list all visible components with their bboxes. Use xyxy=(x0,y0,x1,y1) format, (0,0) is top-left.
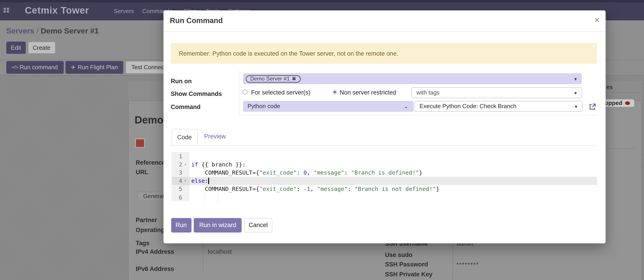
code-token: "Branch is not defined!" xyxy=(354,186,436,193)
close-icon[interactable]: ✕ xyxy=(592,16,602,25)
nav-item-servers[interactable]: Servers xyxy=(114,8,134,15)
run-in-wizard-button[interactable]: Run in wizard xyxy=(194,218,242,232)
code-token: : xyxy=(205,177,208,184)
command-label: Command xyxy=(171,103,200,110)
field-label-ipv6: IPv6 Address xyxy=(136,265,174,272)
field-label-ssh-password: SSH Password xyxy=(385,261,428,268)
code-token: : xyxy=(348,186,354,193)
code-line-3[interactable]: 3 COMMAND_RESULT={"exit_code": 0, "messa… xyxy=(172,169,597,177)
apps-grid-icon[interactable] xyxy=(4,8,9,13)
code-line-4[interactable]: 4▾else: xyxy=(172,177,597,185)
code-token: 0 xyxy=(304,169,307,176)
breadcrumb-separator: / xyxy=(36,27,38,35)
breadcrumb-current: Demo Server #1 xyxy=(41,27,99,35)
code-token: -1 xyxy=(304,186,310,193)
code-text: COMMAND_RESULT={"exit_code": 0, "message… xyxy=(190,169,422,177)
gutter-cell[interactable]: 1 xyxy=(172,152,190,160)
line-number: 4 xyxy=(172,177,182,184)
cancel-button[interactable]: Cancel xyxy=(244,218,272,232)
code-token: : xyxy=(344,169,351,176)
color-swatch[interactable] xyxy=(135,138,145,148)
code-line-5[interactable]: 5 COMMAND_RESULT={"exit_code": -1, "mess… xyxy=(172,185,597,193)
line-number: 3 xyxy=(172,169,182,176)
gutter-cell[interactable]: 6 xyxy=(172,193,190,201)
alert-text: Remember: Python code is executed on the… xyxy=(179,50,398,57)
code-token: {{ branch }}: xyxy=(198,161,246,168)
code-token: "message" xyxy=(314,169,344,176)
caret-down-icon[interactable]: ▼ xyxy=(574,91,578,95)
gutter-cell[interactable]: 3 xyxy=(172,169,190,177)
form-bottom-separator xyxy=(239,115,597,115)
app-brand[interactable]: Cetmix Tower xyxy=(25,5,89,16)
code-token: COMMAND_RESULT={ xyxy=(191,169,259,176)
command-select[interactable]: Execute Python Code: Check Branch xyxy=(414,101,582,111)
code-token: "message" xyxy=(317,186,348,193)
radio-non-server-restricted[interactable] xyxy=(332,89,337,94)
card-tab-fragment[interactable]: es xyxy=(606,84,613,90)
external-link-icon[interactable] xyxy=(588,102,596,111)
python-warning-alert: Remember: Python code is executed on the… xyxy=(171,43,597,64)
fold-arrow-icon[interactable]: ▾ xyxy=(182,179,188,183)
run-command-button[interactable]: </> Run command xyxy=(6,61,64,73)
indent-guide xyxy=(204,193,205,201)
code-text: if {{ branch }}: xyxy=(190,160,246,168)
reference-label: Reference xyxy=(136,159,165,166)
run-on-multiselect[interactable]: Demo Server #1 ✖ xyxy=(243,73,582,84)
code-token: "exit_code" xyxy=(259,169,297,176)
create-button[interactable]: Create xyxy=(28,42,55,54)
tab-code[interactable]: Code xyxy=(172,129,198,145)
code-token: COMMAND_RESULT={ xyxy=(191,186,259,193)
code-text: COMMAND_RESULT={"exit_code": -1, "messag… xyxy=(190,185,440,193)
plane-icon: ✈ xyxy=(71,64,76,70)
run-button[interactable]: Run xyxy=(171,218,191,232)
gutter-cell[interactable]: 4▾ xyxy=(172,177,190,185)
tab-preview[interactable]: Preview xyxy=(204,133,226,139)
caret-down-icon[interactable]: ▼ xyxy=(574,104,578,109)
gutter-cell[interactable]: 5 xyxy=(172,185,190,193)
breadcrumb: Servers / Demo Server #1 xyxy=(6,27,99,36)
code-line-2[interactable]: 2▾if {{ branch }}: xyxy=(172,160,597,168)
edit-button[interactable]: Edit xyxy=(6,42,26,54)
run-command-modal: Run Command ✕ Remember: Python code is e… xyxy=(164,10,606,243)
code-token: : xyxy=(297,169,304,176)
code-token: , xyxy=(307,169,314,176)
code-token: else xyxy=(191,177,205,184)
server-tag[interactable]: Demo Server #1 ✖ xyxy=(246,75,300,83)
code-token: "exit_code" xyxy=(259,186,297,193)
show-commands-label: Show Commands xyxy=(171,90,222,97)
navbar-top-strip xyxy=(0,0,644,2)
code-token: if xyxy=(191,161,198,168)
radio-label-non-server-restricted[interactable]: Non server restricted xyxy=(340,89,396,96)
code-token: : xyxy=(297,186,304,193)
field-label-partner: Partner xyxy=(136,217,157,223)
code-token: } xyxy=(436,186,440,193)
modal-header xyxy=(164,10,606,32)
command-type-select[interactable]: Python code xyxy=(243,101,414,111)
line-number: 5 xyxy=(172,186,182,193)
code-editor[interactable]: 12▾if {{ branch }}:3 COMMAND_RESULT={"ex… xyxy=(172,152,597,202)
field-label-ipv4: IPv4 Address xyxy=(136,248,174,255)
code-token: "Branch is defined!" xyxy=(351,169,419,176)
with-tags-select[interactable]: with tags xyxy=(412,87,582,98)
code-line-1[interactable]: 1 xyxy=(172,152,597,160)
fold-arrow-icon[interactable]: ▾ xyxy=(182,162,188,167)
url-label: URL xyxy=(136,169,148,175)
field-divider xyxy=(452,243,453,280)
breadcrumb-servers-link[interactable]: Servers xyxy=(6,27,34,35)
line-number: 2 xyxy=(172,161,182,168)
run-flight-plan-button[interactable]: ✈ Run Flight Plan xyxy=(66,61,123,73)
radio-for-selected-servers[interactable] xyxy=(242,89,248,94)
gutter-cell[interactable]: 2▾ xyxy=(172,160,190,168)
modal-title: Run Command xyxy=(170,16,223,25)
caret-down-icon[interactable]: ▼ xyxy=(574,77,578,81)
radio-label-for-selected-servers[interactable]: For selected server(s) xyxy=(251,89,310,96)
divider xyxy=(606,148,636,149)
field-value-ipv4: localhost xyxy=(208,248,232,255)
code-icon: </> xyxy=(12,65,18,70)
field-value-ssh-password: ******** xyxy=(456,261,479,268)
line-number: 6 xyxy=(172,194,182,201)
server-tag-label: Demo Server #1 xyxy=(250,76,290,82)
remove-tag-icon[interactable]: ✖ xyxy=(292,76,296,82)
code-line-6[interactable]: 6 xyxy=(172,193,597,201)
chevron-down-icon[interactable]: ⌄ xyxy=(404,103,408,109)
